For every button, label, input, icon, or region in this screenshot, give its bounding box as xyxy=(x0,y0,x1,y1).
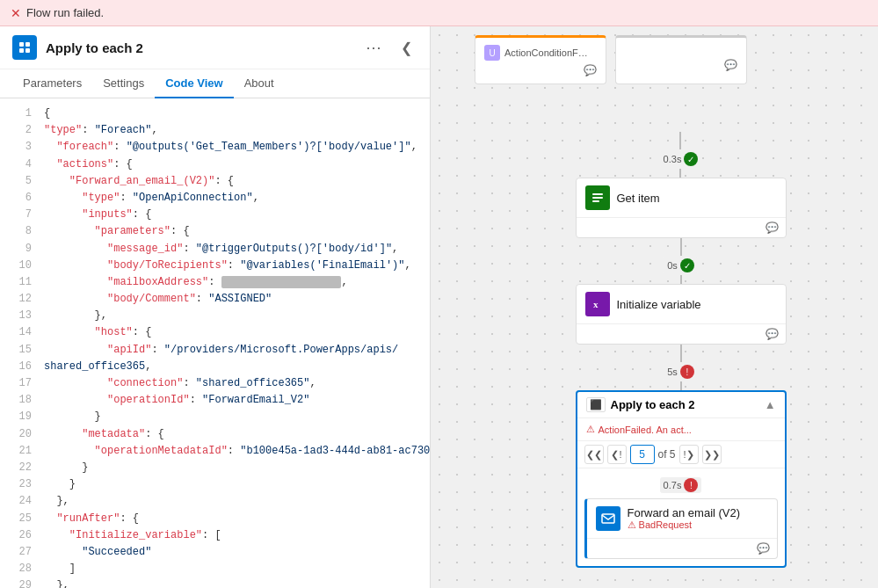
connector-status-1: ✓ xyxy=(684,152,698,166)
pagination-total-label: of 5 xyxy=(658,448,676,461)
flow-canvas: U ActionConditionFailed. The... 💬 💬 xyxy=(431,26,878,588)
nested-connector-status: ! xyxy=(684,478,698,492)
panel-header: Apply to each 2 ⋯ ❮ xyxy=(0,26,430,69)
code-line: 17 "connection": "shared_office365", xyxy=(0,375,430,392)
connector-line-4 xyxy=(680,275,682,284)
code-line: 7 "inputs": { xyxy=(0,207,430,223)
error-text: Flow run failed. xyxy=(26,6,104,19)
code-line: 27 "Succeeded" xyxy=(0,544,430,561)
apply-each-header: ⬛ Apply to each 2 ▲ xyxy=(577,392,785,418)
pagination-first-button[interactable]: ❮❮ xyxy=(584,445,604,464)
code-line: 18 "operationId": "ForwardEmail_V2" xyxy=(0,392,430,409)
init-variable-title: Initialize variable xyxy=(617,298,701,311)
code-line: 14 "host": { xyxy=(0,324,430,341)
get-item-card[interactable]: Get item 💬 xyxy=(576,178,787,238)
code-line: 9 "message_id": "@triggerOutputs()?['bod… xyxy=(0,241,430,258)
apply-each-2-card[interactable]: ⬛ Apply to each 2 ▲ ⚠ ActionFailed. An a… xyxy=(576,390,787,568)
apply-each-error: ⚠ ActionFailed. An act... xyxy=(586,424,776,435)
warning-icon-2: ⚠ xyxy=(628,519,636,530)
connector-label-1: 0.3s ✓ xyxy=(660,151,702,167)
forward-email-actions: 💬 xyxy=(587,538,777,558)
panel-title: Apply to each 2 xyxy=(46,40,352,55)
nested-connector-label: 0.7s ! xyxy=(660,477,702,493)
init-variable-chat-icon[interactable]: 💬 xyxy=(766,328,779,340)
code-line: 25 "runAfter": { xyxy=(0,511,430,527)
error-bar: ✕ Flow run failed. xyxy=(0,0,878,26)
right-panel: U ActionConditionFailed. The... 💬 💬 xyxy=(431,26,878,588)
apply-each-loop-icon: ⬛ xyxy=(586,397,606,412)
main-layout: Apply to each 2 ⋯ ❮ Parameters Settings … xyxy=(0,26,878,588)
error-icon: ✕ xyxy=(11,6,21,20)
connector-time-3: 5s xyxy=(667,367,678,377)
code-line: 11 "mailboxAddress": , xyxy=(0,274,430,291)
top-card-2[interactable]: 💬 xyxy=(615,35,747,84)
code-line: 28 ] xyxy=(0,561,430,577)
get-item-actions: 💬 xyxy=(577,217,786,237)
connector-label-2: 0s ✓ xyxy=(664,258,698,273)
connector-status-3: ! xyxy=(680,365,694,379)
tabs-bar: Parameters Settings Code View About xyxy=(0,69,430,98)
top-card-1[interactable]: U ActionConditionFailed. The... 💬 xyxy=(475,35,606,84)
code-line: 3 "foreach": "@outputs('Get_Team_Members… xyxy=(0,139,430,156)
pagination: ❮❮ ❮! of 5 !❯ ❯❯ xyxy=(577,440,785,468)
get-item-title: Get item xyxy=(617,192,660,205)
code-line: 26 "Initialize_variable": [ xyxy=(0,527,430,544)
code-line: 12 "body/Comment": "ASSIGNED" xyxy=(0,291,430,308)
apply-each-title: Apply to each 2 xyxy=(611,398,759,411)
svg-rect-4 xyxy=(592,193,603,195)
connector-time-1: 0.3s xyxy=(664,154,682,164)
get-item-icon xyxy=(585,185,610,210)
tab-settings[interactable]: Settings xyxy=(92,69,155,98)
forward-email-title: Forward an email (V2) xyxy=(628,506,741,519)
tab-code-view[interactable]: Code View xyxy=(155,69,234,98)
top-cards-row: U ActionConditionFailed. The... 💬 💬 xyxy=(475,35,747,84)
nested-connector-time: 0.7s xyxy=(664,480,682,490)
connector-status-2: ✓ xyxy=(680,258,694,272)
code-line: 10 "body/ToRecipients": "@variables('Fin… xyxy=(0,258,430,274)
code-line: 21 "operationMetadataId": "b100e45a-1ad3… xyxy=(0,443,430,460)
tab-about[interactable]: About xyxy=(234,69,285,98)
top-card-1-chat-icon: 💬 xyxy=(584,64,597,76)
connector-line-5 xyxy=(680,345,682,362)
init-variable-icon: x xyxy=(585,292,610,316)
forward-email-inner: Forward an email (V2) ⚠ BadRequest xyxy=(587,499,777,538)
apply-each-minimize-button[interactable]: ▲ xyxy=(765,398,776,411)
connector-get-item: 0.3s ✓ xyxy=(660,132,702,178)
flow-column: 0.3s ✓ G xyxy=(501,132,860,568)
init-variable-card[interactable]: x Initialize variable 💬 xyxy=(576,284,787,345)
svg-rect-6 xyxy=(592,200,599,202)
code-line: 13 }, xyxy=(0,308,430,324)
code-line: 4 "actions": { xyxy=(0,156,430,173)
apply-each-nested-content: 0.7s ! xyxy=(577,468,785,566)
top-card-2-chat-icon: 💬 xyxy=(724,59,737,71)
pagination-last-button[interactable]: ❯❯ xyxy=(702,445,722,464)
get-item-chat-icon[interactable]: 💬 xyxy=(766,221,779,234)
left-panel: Apply to each 2 ⋯ ❮ Parameters Settings … xyxy=(0,26,431,588)
code-line: 22 } xyxy=(0,460,430,476)
forward-email-card[interactable]: Forward an email (V2) ⚠ BadRequest 💬 xyxy=(584,498,778,559)
svg-text:x: x xyxy=(593,299,599,309)
pagination-prev-error-button[interactable]: ❮! xyxy=(607,445,627,464)
svg-rect-0 xyxy=(19,42,24,47)
code-line: 8 "parameters": { xyxy=(0,223,430,240)
pagination-next-error-button[interactable]: !❯ xyxy=(679,445,699,464)
code-line: 23 } xyxy=(0,476,430,493)
pagination-current-input[interactable] xyxy=(630,445,655,464)
init-variable-actions: 💬 xyxy=(577,323,786,344)
code-line: 1{ xyxy=(0,105,430,122)
tab-parameters[interactable]: Parameters xyxy=(12,69,92,98)
connector-line xyxy=(679,132,681,149)
code-line: 2"type": "Foreach", xyxy=(0,122,430,139)
get-item-card-inner: Get item xyxy=(577,178,786,217)
code-line: 5 "Forward_an_email_(V2)": { xyxy=(0,173,430,190)
forward-email-chat-icon[interactable]: 💬 xyxy=(757,542,770,555)
apply-each-body: ⚠ ActionFailed. An act... xyxy=(577,418,785,440)
connector-time-2: 0s xyxy=(667,260,678,271)
forward-email-icon xyxy=(596,506,620,531)
svg-rect-3 xyxy=(25,48,30,53)
code-line: 24 }, xyxy=(0,493,430,510)
code-line: 16shared_office365, xyxy=(0,359,430,375)
panel-menu-button[interactable]: ⋯ xyxy=(360,36,387,59)
panel-close-button[interactable]: ❮ xyxy=(395,38,417,58)
code-line: 29 }, xyxy=(0,577,430,588)
